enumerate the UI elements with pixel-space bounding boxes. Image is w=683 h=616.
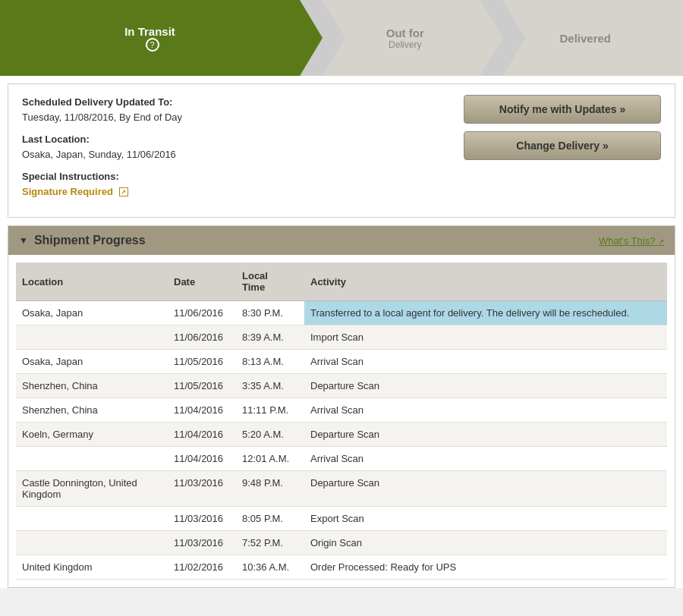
whats-this-icon: ↗ [658, 237, 664, 246]
change-delivery-button[interactable]: Change Delivery » [464, 131, 661, 160]
table-row: Shenzhen, China11/04/201611:11 P.M.Arriv… [16, 398, 667, 423]
special-instructions-label: Special Instructions: [22, 171, 119, 182]
table-row: 11/03/20168:05 P.M.Export Scan [16, 507, 667, 531]
cell-time: 8:39 A.M. [236, 325, 304, 350]
header-local-time: LocalTime [236, 262, 304, 301]
step-in-transit-label: In Transit [124, 25, 175, 38]
info-right: Notify me with Updates » Change Delivery… [464, 95, 661, 160]
cell-location: Osaka, Japan [16, 301, 168, 325]
cell-date: 11/02/2016 [168, 555, 236, 580]
special-instructions: Special Instructions: Signature Required… [22, 169, 449, 199]
table-row: Shenzhen, China11/05/20163:35 A.M.Depart… [16, 374, 667, 398]
step-out-for-delivery-sublabel: Delivery [389, 39, 421, 50]
cell-time: 11:11 P.M. [236, 398, 304, 423]
info-left: Scheduled Delivery Updated To: Tuesday, … [22, 95, 449, 206]
header-date: Date [168, 262, 236, 301]
cell-activity: Origin Scan [304, 531, 667, 555]
cell-activity: Arrival Scan [304, 447, 667, 471]
step-in-transit: In Transit ? [0, 0, 323, 76]
shipment-table: Location Date LocalTime Activity Osaka, … [16, 262, 667, 580]
cell-time: 5:20 A.M. [236, 423, 304, 447]
status-bar: In Transit ? Out for Delivery Delivered [0, 0, 683, 76]
table-wrapper: Location Date LocalTime Activity Osaka, … [8, 255, 675, 587]
cell-location: Osaka, Japan [16, 350, 168, 374]
cell-time: 9:48 P.M. [236, 471, 304, 507]
external-link-icon: ↗ [119, 187, 128, 196]
scheduled-value: Tuesday, 11/08/2016, By End of Day [22, 112, 182, 123]
table-row: 11/04/201612:01 A.M.Arrival Scan [16, 447, 667, 471]
table-row: 11/03/20167:52 P.M.Origin Scan [16, 531, 667, 555]
cell-activity: Transferred to a local agent for deliver… [304, 301, 667, 325]
progress-title-text: Shipment Progress [34, 234, 146, 247]
shipment-progress-section: ▼ Shipment Progress What's This? ↗ Locat… [8, 225, 675, 588]
table-row: 11/06/20168:39 A.M.Import Scan [16, 325, 667, 350]
cell-location [16, 507, 168, 531]
cell-time: 3:35 A.M. [236, 374, 304, 398]
cell-location [16, 447, 168, 471]
cell-activity: Arrival Scan [304, 398, 667, 423]
whats-this-text: What's This? [599, 235, 656, 247]
shipment-table-body: Osaka, Japan11/06/20168:30 P.M.Transferr… [16, 301, 667, 580]
whats-this-link[interactable]: What's This? ↗ [599, 235, 664, 247]
step-delivered-label: Delivered [559, 32, 611, 45]
signature-required-text: Signature Required [22, 186, 113, 197]
cell-date: 11/06/2016 [168, 325, 236, 350]
step-out-for-delivery: Out for Delivery [323, 0, 503, 76]
cell-activity: Export Scan [304, 507, 667, 531]
notify-button[interactable]: Notify me with Updates » [464, 95, 661, 124]
header-activity: Activity [304, 262, 667, 301]
cell-time: 7:52 P.M. [236, 531, 304, 555]
header-location: Location [16, 262, 168, 301]
step-out-for-delivery-label: Out for [386, 27, 424, 39]
last-location-label: Last Location: [22, 134, 90, 145]
signature-required-link[interactable]: Signature Required ↗ [22, 186, 128, 197]
cell-time: 12:01 A.M. [236, 447, 304, 471]
progress-header: ▼ Shipment Progress What's This? ↗ [8, 226, 675, 255]
cell-date: 11/04/2016 [168, 423, 236, 447]
cell-date: 11/04/2016 [168, 447, 236, 471]
cell-time: 8:05 P.M. [236, 507, 304, 531]
cell-activity: Arrival Scan [304, 350, 667, 374]
step-delivered: Delivered [503, 0, 684, 76]
cell-location: Shenzhen, China [16, 398, 168, 423]
table-header-row: Location Date LocalTime Activity [16, 262, 667, 301]
cell-date: 11/06/2016 [168, 301, 236, 325]
last-location: Last Location: Osaka, Japan, Sunday, 11/… [22, 132, 449, 162]
table-row: United Kingdom11/02/201610:36 A.M.Order … [16, 555, 667, 580]
table-row: Koeln, Germany11/04/20165:20 A.M.Departu… [16, 423, 667, 447]
cell-location [16, 531, 168, 555]
cell-date: 11/03/2016 [168, 507, 236, 531]
table-row: Castle Donnington, United Kingdom11/03/2… [16, 471, 667, 507]
help-icon[interactable]: ? [146, 38, 159, 52]
cell-activity: Import Scan [304, 325, 667, 350]
cell-date: 11/03/2016 [168, 471, 236, 507]
table-row: Osaka, Japan11/06/20168:30 P.M.Transferr… [16, 301, 667, 325]
cell-date: 11/05/2016 [168, 374, 236, 398]
cell-location: Castle Donnington, United Kingdom [16, 471, 168, 507]
cell-date: 11/05/2016 [168, 350, 236, 374]
cell-location: Koeln, Germany [16, 423, 168, 447]
info-panel: Scheduled Delivery Updated To: Tuesday, … [8, 83, 675, 218]
cell-time: 8:13 A.M. [236, 350, 304, 374]
cell-location [16, 325, 168, 350]
page-wrapper: In Transit ? Out for Delivery Delivered … [0, 0, 683, 588]
collapse-icon[interactable]: ▼ [19, 235, 28, 246]
cell-activity: Departure Scan [304, 471, 667, 507]
cell-location: United Kingdom [16, 555, 168, 580]
scheduled-delivery: Scheduled Delivery Updated To: Tuesday, … [22, 95, 449, 124]
cell-activity: Departure Scan [304, 374, 667, 398]
cell-time: 10:36 A.M. [236, 555, 304, 580]
scheduled-label: Scheduled Delivery Updated To: [22, 96, 172, 108]
cell-date: 11/04/2016 [168, 398, 236, 423]
table-row: Osaka, Japan11/05/20168:13 A.M.Arrival S… [16, 350, 667, 374]
last-location-value: Osaka, Japan, Sunday, 11/06/2016 [22, 149, 176, 160]
cell-date: 11/03/2016 [168, 531, 236, 555]
progress-title: ▼ Shipment Progress [19, 234, 146, 247]
cell-location: Shenzhen, China [16, 374, 168, 398]
cell-activity: Departure Scan [304, 423, 667, 447]
cell-activity: Order Processed: Ready for UPS [304, 555, 667, 580]
cell-time: 8:30 P.M. [236, 301, 304, 325]
